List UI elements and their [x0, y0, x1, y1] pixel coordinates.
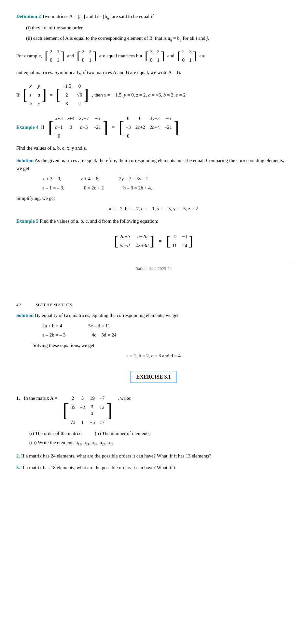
exercise-label: EXERCISE 3.1: [130, 371, 177, 383]
matrix-b: [ 23 01 ]: [77, 48, 97, 64]
solving-text: Solving these equations, we get: [33, 341, 291, 349]
page-footer: Rationalised 2023-24: [16, 262, 291, 272]
q1-ii: (ii) The number of elements,: [95, 429, 151, 437]
definition-text: Definition 2 Two matrices A = [aij] and …: [16, 12, 291, 21]
example5-label: Example 5: [16, 218, 38, 224]
q1-i: (i) The order of the matrix,: [29, 429, 82, 437]
if-matrix-block: If [ xy za bc ] = [ −1.50 2√6 32 ] , the…: [16, 82, 291, 108]
condition-i: (i) they are of the same order: [26, 24, 291, 32]
q1-iii: (iii) Write the elements a13, a21, a33, …: [29, 439, 291, 447]
page-header: 42 MATHEMATICS: [16, 302, 291, 308]
matrix-c: [ 32 01 ]: [145, 48, 165, 64]
q2-label: 2.: [16, 453, 20, 458]
page-subject: MATHEMATICS: [35, 302, 73, 307]
q1-matrix: [ 2519−7 35 −2 52 12 √31−517 ]: [63, 394, 113, 426]
matrix-a: [ 23 01 ]: [45, 48, 64, 64]
question-2: 2. If a matrix has 24 elements, what are…: [16, 452, 291, 460]
simplified-result: a = – 2, b = – 7, c = – 1, x = – 3, y = …: [16, 205, 291, 213]
question-3: 3. If a matrix has 18 elements, what are…: [16, 464, 291, 472]
q1-label: 1.: [16, 394, 20, 402]
example5-block: Example 5 Find the values of a, b, c, an…: [16, 217, 291, 252]
q1-text2: , write:: [118, 394, 132, 402]
not-equal-text: not equal matrices. Symbolically, if two…: [16, 68, 291, 76]
solution-block: Solution As the given matrices are equal…: [16, 157, 291, 213]
if-matrix-right: [ −1.50 2√6 32 ]: [56, 82, 89, 108]
example-matrices-line: For example, [ 23 01 ] and [ 23 01 ] are…: [16, 48, 291, 64]
example5-matrix-left: [ 2a+ba−2b 5c−d4c+3d ]: [114, 230, 155, 252]
rationalised-text: Rationalised 2023-24: [135, 266, 172, 271]
solved-result: a = 1, b = 2, c = 3 and d = 4: [16, 352, 291, 360]
q3-label: 3.: [16, 465, 20, 470]
page-number: 42: [16, 302, 22, 307]
solution2-block: Solution By equality of two matrices, eq…: [16, 311, 291, 360]
example4-label: Example 4: [16, 123, 38, 131]
solution-label: Solution: [16, 158, 34, 163]
find-values-text: Find the values of a, b, c, x, y and z.: [16, 144, 291, 152]
example4-block: Example 4 If [ x+3z+42y−7 −6a−10 b−3−210…: [16, 113, 291, 152]
matrix-d: [ 23 01 ]: [177, 48, 197, 64]
exercise-section: EXERCISE 3.1: [16, 366, 291, 388]
example5-equation: [ 2a+ba−2b 5c−d4c+3d ] = [ 4−3 1124 ]: [16, 230, 291, 252]
q1-text: In the matrix A =: [24, 394, 57, 402]
example5-matrix-right: [ 4−3 1124 ]: [166, 230, 193, 252]
example4-matrix-right: [ 063y−2 −6−32c+2 2b+4−210 ]: [119, 113, 179, 141]
page-2: 42 MATHEMATICS Solution By equality of t…: [16, 302, 291, 472]
definition-label: Definition 2: [16, 14, 41, 19]
solution2-label: Solution: [16, 313, 34, 318]
example4-matrix-left: [ x+3z+42y−7 −6a−10 b−3−210 ]: [48, 113, 108, 141]
page-1: Definition 2 Two matrices A = [aij] and …: [16, 12, 291, 272]
page-break-spacer: [16, 272, 291, 292]
condition-ii: (ii) each element of A is equal to the c…: [26, 34, 291, 43]
definition-block: Definition 2 Two matrices A = [aij] and …: [16, 12, 291, 43]
if-matrix-left: [ xy za bc ]: [23, 82, 47, 108]
question-1: 1. In the matrix A = [ 2519−7 35 −2 52 1…: [16, 394, 291, 447]
